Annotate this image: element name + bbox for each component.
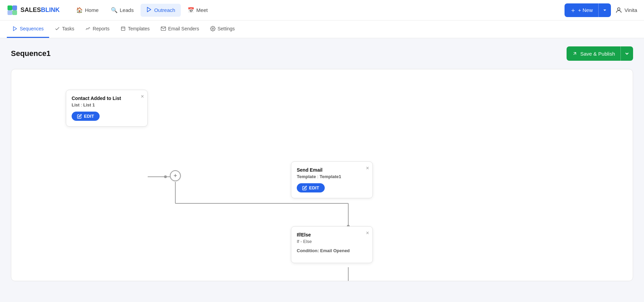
edit-icon-2 [302,186,307,190]
svg-point-5 [617,8,620,10]
nav-meet[interactable]: 📅 Meet [182,4,213,16]
send-email-node-close[interactable]: × [366,165,369,171]
save-publish-main[interactable]: Save & Publish [567,46,620,61]
settings-icon [210,26,216,31]
subnav-reports-label: Reports [93,26,109,31]
calendar-icon: 📅 [188,7,194,13]
logo-blink-text: BLINK [41,6,60,13]
save-publish-button[interactable]: Save & Publish [567,46,633,61]
nav-leads[interactable]: 🔍 Leads [105,4,139,16]
new-button-main[interactable]: ＋ + New [565,3,598,17]
user-avatar[interactable]: Vinita [615,6,637,14]
svg-rect-2 [8,10,12,15]
tasks-icon [55,26,60,31]
trigger-node-edit-label: EDIT [84,114,94,119]
top-nav-items: 🏠 Home 🔍 Leads Outreach 📅 Meet [71,4,565,17]
svg-rect-0 [8,5,12,10]
top-nav-right: ＋ + New Vinita [565,3,637,17]
subnav-sequences[interactable]: Sequences [7,20,49,38]
trigger-node-close[interactable]: × [141,94,144,100]
if-else-node-close[interactable]: × [366,230,369,236]
subnav-sequences-label: Sequences [20,26,44,31]
send-email-node-edit-label: EDIT [309,185,319,190]
sub-nav: Sequences Tasks Reports Templates Email … [0,20,644,38]
nav-leads-label: Leads [120,7,134,13]
subnav-tasks-label: Tasks [62,26,74,31]
user-name: Vinita [625,7,637,13]
sequences-icon [12,26,18,31]
templates-icon [120,26,126,31]
subnav-settings-label: Settings [218,26,235,31]
save-publish-label: Save & Publish [580,51,615,57]
subnav-tasks[interactable]: Tasks [49,20,80,38]
outreach-icon [146,6,152,14]
svg-point-12 [164,175,167,178]
send-email-node-detail: Template : Template1 [297,174,367,179]
svg-point-10 [212,28,214,29]
logo[interactable]: SALESBLINK [7,5,60,16]
flow-container: × Contact Added to List List : List 1 ED… [11,69,633,281]
send-email-node-title: Send Email [297,167,367,173]
edit-icon [77,114,82,119]
page-title: Sequence1 [11,49,50,58]
search-icon: 🔍 [111,7,118,13]
page-content: Sequence1 Save & Publish [0,38,644,289]
svg-rect-7 [121,27,125,31]
plus-icon: ＋ [570,6,576,14]
nav-outreach[interactable]: Outreach [141,4,181,17]
svg-marker-4 [147,7,151,12]
reports-icon [85,26,91,31]
home-icon: 🏠 [76,7,83,13]
svg-rect-3 [12,10,17,15]
if-else-line1: If - Else [297,239,367,244]
subnav-templates-label: Templates [128,26,150,31]
send-email-node: × Send Email Template : Template1 EDIT [291,161,373,198]
new-button-label: + New [578,7,593,13]
send-email-node-edit-button[interactable]: EDIT [297,183,325,192]
subnav-settings[interactable]: Settings [205,20,240,38]
plus-icon: + [174,173,177,179]
nav-outreach-label: Outreach [154,7,175,13]
nav-meet-label: Meet [196,7,208,13]
if-else-node-title: If/Else [297,232,367,238]
trigger-node: × Contact Added to List List : List 1 ED… [66,90,148,127]
page-header: Sequence1 Save & Publish [11,46,633,61]
subnav-templates[interactable]: Templates [115,20,155,38]
save-publish-arrow[interactable] [621,46,633,61]
if-else-node: × If/Else If - Else Condition: Email Ope… [291,226,373,263]
subnav-reports[interactable]: Reports [80,20,115,38]
if-else-condition: Condition: Email Opened [297,248,367,253]
new-button[interactable]: ＋ + New [565,3,611,17]
email-icon [161,26,166,31]
logo-sales-text: SALES [20,6,41,13]
subnav-email-senders-label: Email Senders [168,26,199,31]
user-icon [615,6,623,14]
trigger-node-detail: List : List 1 [72,102,142,107]
svg-marker-6 [13,27,16,31]
export-icon [572,51,577,56]
svg-rect-1 [12,5,17,10]
trigger-node-edit-button[interactable]: EDIT [72,112,100,121]
trigger-node-title: Contact Added to List [72,96,142,101]
nav-home-label: Home [85,7,99,13]
subnav-email-senders[interactable]: Email Senders [155,20,205,38]
nav-home[interactable]: 🏠 Home [71,4,104,16]
new-button-arrow[interactable] [599,3,611,17]
flow-canvas[interactable]: × Contact Added to List List : List 1 ED… [11,69,633,281]
top-nav: SALESBLINK 🏠 Home 🔍 Leads Outreach 📅 Mee… [0,0,644,20]
add-step-button[interactable]: + [170,170,181,181]
